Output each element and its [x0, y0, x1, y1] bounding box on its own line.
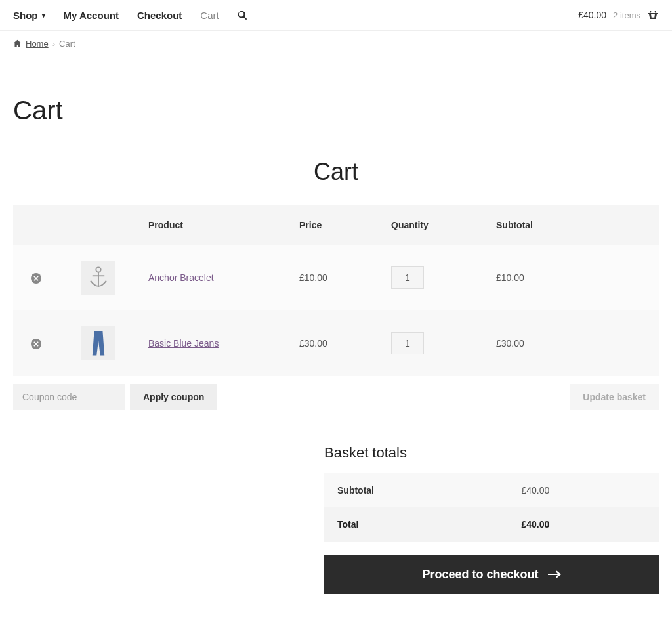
total-label: Total	[324, 507, 509, 542]
product-link[interactable]: Basic Blue Jeans	[148, 338, 219, 349]
nav-my-account-label: My Account	[64, 10, 119, 21]
close-icon	[33, 341, 39, 347]
nav-checkout[interactable]: Checkout	[137, 10, 182, 21]
product-price: £30.00	[289, 310, 381, 376]
cart-mini-amount: £40.00	[578, 10, 606, 20]
total-row: Total £40.00	[324, 507, 659, 542]
close-icon	[33, 276, 39, 281]
search-icon[interactable]	[238, 11, 247, 20]
quantity-input[interactable]	[391, 266, 424, 289]
arrow-right-icon	[548, 570, 561, 579]
col-qty-header: Quantity	[381, 205, 486, 245]
jeans-icon	[83, 328, 114, 358]
header: Shop ▾ My Account Checkout Cart £40.00 2…	[0, 0, 672, 31]
svg-point-0	[96, 267, 100, 272]
breadcrumb-current: Cart	[59, 39, 75, 49]
basket-totals: Basket totals Subtotal £40.00 Total £40.…	[324, 436, 659, 594]
nav-shop[interactable]: Shop ▾	[13, 10, 45, 21]
coupon-group: Apply coupon	[13, 384, 217, 410]
apply-coupon-button[interactable]: Apply coupon	[130, 384, 217, 410]
product-thumbnail[interactable]	[81, 326, 116, 360]
breadcrumb: Home › Cart	[0, 31, 672, 56]
nav-cart-label: Cart	[200, 10, 219, 21]
nav-shop-label: Shop	[13, 10, 38, 21]
cart-table: Product Price Quantity Subtotal	[13, 205, 659, 410]
basket-icon	[647, 9, 659, 21]
cart-mini-count: 2 items	[613, 11, 640, 20]
nav-my-account[interactable]: My Account	[64, 10, 119, 21]
quantity-input[interactable]	[391, 332, 424, 354]
product-subtotal: £30.00	[486, 310, 659, 376]
product-link[interactable]: Anchor Bracelet	[148, 272, 214, 283]
update-basket-button[interactable]: Update basket	[570, 384, 659, 410]
totals-title: Basket totals	[324, 436, 659, 473]
remove-button[interactable]	[31, 273, 41, 284]
col-remove-header	[13, 205, 59, 245]
breadcrumb-home[interactable]: Home	[26, 39, 49, 49]
col-thumb-header	[59, 205, 138, 245]
breadcrumb-separator: ›	[52, 39, 55, 49]
totals-table: Subtotal £40.00 Total £40.00	[324, 473, 659, 542]
subtotal-value: £40.00	[509, 473, 660, 507]
actions-row: Apply coupon Update basket	[13, 376, 659, 410]
subtotal-label: Subtotal	[324, 473, 509, 507]
col-price-header: Price	[289, 205, 381, 245]
product-thumbnail[interactable]	[81, 261, 116, 295]
chevron-down-icon: ▾	[42, 12, 45, 19]
cart-table-wrap: Product Price Quantity Subtotal	[0, 205, 672, 410]
table-row: Anchor Bracelet £10.00 £10.00	[13, 245, 659, 310]
nav-left: Shop ▾ My Account Checkout Cart	[13, 10, 247, 21]
totals-wrap: Basket totals Subtotal £40.00 Total £40.…	[0, 410, 672, 607]
coupon-input[interactable]	[13, 384, 125, 410]
home-icon	[13, 39, 22, 49]
proceed-to-checkout-button[interactable]: Proceed to checkout	[324, 555, 659, 594]
total-value: £40.00	[509, 507, 660, 542]
product-subtotal: £10.00	[486, 245, 659, 310]
col-product-header: Product	[138, 205, 289, 245]
product-price: £10.00	[289, 245, 381, 310]
remove-button[interactable]	[31, 339, 41, 349]
checkout-label: Proceed to checkout	[422, 568, 538, 582]
cart-actions: Apply coupon Update basket	[13, 376, 659, 410]
section-title: Cart	[0, 138, 672, 205]
nav-checkout-label: Checkout	[137, 10, 182, 21]
table-row: Basic Blue Jeans £30.00 £30.00	[13, 310, 659, 376]
anchor-icon	[83, 263, 114, 293]
col-sub-header: Subtotal	[486, 205, 659, 245]
page-title: Cart	[0, 56, 672, 138]
cart-mini[interactable]: £40.00 2 items	[578, 9, 659, 21]
subtotal-row: Subtotal £40.00	[324, 473, 659, 507]
nav-cart[interactable]: Cart	[200, 10, 219, 21]
